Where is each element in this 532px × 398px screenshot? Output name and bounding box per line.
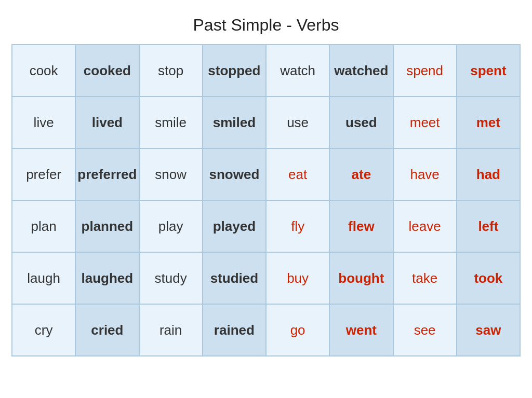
table-cell: use [266, 97, 329, 148]
table-cell: cooked [75, 45, 139, 97]
table-cell: ate [329, 148, 393, 200]
table-cell: spent [457, 45, 520, 97]
table-cell: smile [139, 97, 203, 148]
table-cell: live [12, 97, 75, 148]
table-cell: go [266, 304, 329, 356]
table-cell: rain [139, 304, 203, 356]
table-row: crycriedrainrainedgowentseesaw [12, 304, 520, 356]
table-row: laughlaughedstudystudiedbuyboughttaketoo… [12, 252, 520, 304]
page-title: Past Simple - Verbs [193, 16, 339, 35]
table-row: planplannedplayplayedflyflewleaveleft [12, 200, 520, 252]
table-cell: take [393, 252, 457, 304]
table-cell: smiled [203, 97, 266, 148]
table-cell: used [329, 97, 393, 148]
table-cell: have [393, 148, 457, 200]
table-cell: meet [393, 97, 457, 148]
table-cell: went [329, 304, 393, 356]
table-cell: watched [329, 45, 393, 97]
table-cell: buy [266, 252, 329, 304]
table-cell: prefer [12, 148, 75, 200]
table-cell: bought [329, 252, 393, 304]
table-cell: laughed [75, 252, 139, 304]
table-cell: cried [75, 304, 139, 356]
table-cell: preferred [75, 148, 139, 200]
table-cell: stopped [203, 45, 266, 97]
table-cell: watch [266, 45, 329, 97]
table-cell: rained [203, 304, 266, 356]
table-cell: planned [75, 200, 139, 252]
table-cell: play [139, 200, 203, 252]
table-cell: leave [393, 200, 457, 252]
table-cell: cry [12, 304, 75, 356]
table-cell: lived [75, 97, 139, 148]
table-row: livelivedsmilesmileduseusedmeetmet [12, 97, 520, 148]
table-cell: flew [329, 200, 393, 252]
table-cell: left [457, 200, 520, 252]
verbs-table: cookcookedstopstoppedwatchwatchedspendsp… [11, 44, 521, 356]
table-cell: saw [457, 304, 520, 356]
table-row: cookcookedstopstoppedwatchwatchedspendsp… [12, 45, 520, 97]
table-cell: took [457, 252, 520, 304]
table-cell: snowed [203, 148, 266, 200]
table-cell: laugh [12, 252, 75, 304]
table-cell: fly [266, 200, 329, 252]
table-cell: plan [12, 200, 75, 252]
table-cell: had [457, 148, 520, 200]
table-cell: studied [203, 252, 266, 304]
table-cell: eat [266, 148, 329, 200]
table-cell: played [203, 200, 266, 252]
table-cell: see [393, 304, 457, 356]
table-cell: cook [12, 45, 75, 97]
table-cell: stop [139, 45, 203, 97]
table-row: preferpreferredsnowsnowedeatatehavehad [12, 148, 520, 200]
table-cell: spend [393, 45, 457, 97]
table-cell: met [457, 97, 520, 148]
table-cell: study [139, 252, 203, 304]
table-cell: snow [139, 148, 203, 200]
